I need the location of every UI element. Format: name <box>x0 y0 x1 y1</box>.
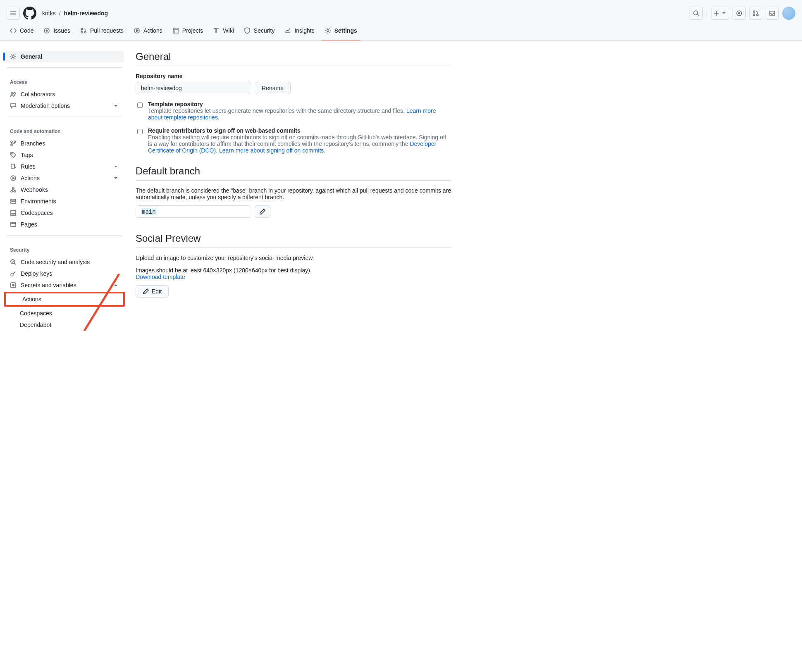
sidebar-item-pages[interactable]: Pages <box>5 219 124 230</box>
gear-icon <box>10 53 17 60</box>
tab-label: Issues <box>53 27 70 34</box>
default-branch-desc: The default branch is considered the "ba… <box>136 187 451 200</box>
sidebar-item-code-security[interactable]: Code security and analysis <box>5 256 124 268</box>
svg-point-2 <box>738 12 740 14</box>
book-icon <box>213 27 220 34</box>
tab-label: Pull requests <box>90 27 124 34</box>
chevron-down-icon <box>112 163 119 170</box>
svg-point-15 <box>11 93 13 94</box>
avatar[interactable] <box>782 7 795 20</box>
pull-requests-tray-button[interactable] <box>749 7 762 20</box>
hamburger-button[interactable] <box>7 7 20 20</box>
sidebar-item-collaborators[interactable]: Collaborators <box>5 88 124 100</box>
svg-rect-28 <box>11 210 16 213</box>
svg-point-0 <box>694 11 698 15</box>
sidebar-item-environments[interactable]: Environments <box>5 195 124 207</box>
tab-label: Settings <box>334 27 357 34</box>
sidebar-item-branches[interactable]: Branches <box>5 138 124 149</box>
sidebar-item-actions[interactable]: Actions <box>5 172 124 184</box>
code-icon <box>10 27 17 34</box>
key-icon <box>10 270 17 277</box>
browser-icon <box>10 221 17 228</box>
template-repo-checkbox[interactable] <box>137 102 143 108</box>
repo-nav: Code Issues Pull requests Actions Projec… <box>0 23 802 41</box>
annotation-highlight: Actions <box>4 292 125 307</box>
rename-button[interactable]: Rename <box>255 82 291 94</box>
sidebar-divider <box>7 67 122 68</box>
caret-down-icon <box>721 10 727 17</box>
tab-label: Code <box>20 27 33 34</box>
inbox-button[interactable] <box>766 7 779 20</box>
table-icon <box>172 27 179 34</box>
svg-point-13 <box>327 30 329 32</box>
tab-settings[interactable]: Settings <box>321 23 360 41</box>
global-header: kntks / helm-reviewdog | <box>0 0 802 23</box>
tab-insights[interactable]: Insights <box>281 23 317 41</box>
sidebar-subitem-codespaces[interactable]: Codespaces <box>5 307 124 319</box>
shield-icon <box>244 27 251 34</box>
edit-social-button[interactable]: Edit <box>136 285 169 298</box>
tab-security[interactable]: Security <box>241 23 278 41</box>
sidebar-item-general[interactable]: General <box>5 51 124 62</box>
sidebar-item-label: Branches <box>21 140 45 147</box>
search-button[interactable] <box>690 7 703 20</box>
issues-tray-button[interactable] <box>733 7 746 20</box>
sidebar-item-webhooks[interactable]: Webhooks <box>5 184 124 195</box>
sidebar-item-label: Pages <box>21 221 37 228</box>
download-template-link[interactable]: Download template <box>136 274 185 280</box>
play-circle-icon <box>10 175 17 181</box>
sidebar-item-codespaces[interactable]: Codespaces <box>5 207 124 219</box>
svg-point-8 <box>81 28 83 30</box>
sidebar-subitem-actions[interactable]: Actions <box>7 293 122 305</box>
repo-push-icon <box>10 163 17 170</box>
chevron-down-icon <box>112 175 119 181</box>
tag-icon <box>10 152 17 158</box>
svg-point-18 <box>11 144 12 146</box>
signoff-learn-more-link[interactable]: Learn more about signing off on commits <box>219 147 324 154</box>
sidebar-item-rules[interactable]: Rules <box>5 161 124 172</box>
plus-icon <box>713 10 720 17</box>
github-logo[interactable] <box>23 7 36 20</box>
tab-actions[interactable]: Actions <box>130 23 166 41</box>
edit-default-branch-button[interactable] <box>255 205 270 218</box>
tab-pull-requests[interactable]: Pull requests <box>77 23 127 41</box>
sidebar-item-secrets-variables[interactable]: Secrets and variables <box>5 279 124 291</box>
svg-point-14 <box>12 56 14 58</box>
sidebar-item-label: Actions <box>22 296 41 303</box>
general-heading: General <box>136 51 451 66</box>
signoff-checkbox[interactable] <box>137 129 143 135</box>
breadcrumb-repo[interactable]: helm-reviewdog <box>64 10 108 17</box>
tab-label: Projects <box>182 27 203 34</box>
create-new-button[interactable] <box>711 7 729 20</box>
svg-rect-27 <box>11 202 16 203</box>
svg-point-4 <box>753 14 755 16</box>
sidebar-subitem-dependabot[interactable]: Dependabot <box>5 319 124 331</box>
server-icon <box>10 198 17 205</box>
webhook-icon <box>10 186 17 193</box>
play-circle-icon <box>134 27 140 34</box>
social-preview-heading: Social Preview <box>136 233 451 248</box>
svg-point-20 <box>12 153 12 154</box>
tab-label: Wiki <box>223 27 234 34</box>
social-desc-2: Images should be at least 640×320px (128… <box>136 267 451 280</box>
tab-label: Actions <box>143 27 162 34</box>
sidebar-item-tags[interactable]: Tags <box>5 149 124 161</box>
tab-wiki[interactable]: Wiki <box>210 23 237 41</box>
sidebar-item-moderation[interactable]: Moderation options <box>5 100 124 112</box>
sidebar-item-label: Tags <box>21 152 33 158</box>
svg-point-17 <box>11 141 12 143</box>
repo-name-input[interactable] <box>136 82 251 94</box>
breadcrumb-owner[interactable]: kntks <box>42 10 56 17</box>
svg-point-25 <box>12 187 14 189</box>
chevron-up-icon <box>112 282 119 288</box>
svg-point-7 <box>46 30 48 31</box>
sidebar-item-deploy-keys[interactable]: Deploy keys <box>5 268 124 279</box>
breadcrumb: kntks / helm-reviewdog <box>40 10 108 17</box>
tab-issues[interactable]: Issues <box>40 23 73 41</box>
sidebar-item-label: General <box>21 53 42 60</box>
codespaces-icon <box>10 210 17 216</box>
sidebar-group-access: Access <box>3 73 126 88</box>
tab-projects[interactable]: Projects <box>169 23 207 41</box>
codescan-icon <box>10 259 17 265</box>
tab-code[interactable]: Code <box>7 23 37 41</box>
